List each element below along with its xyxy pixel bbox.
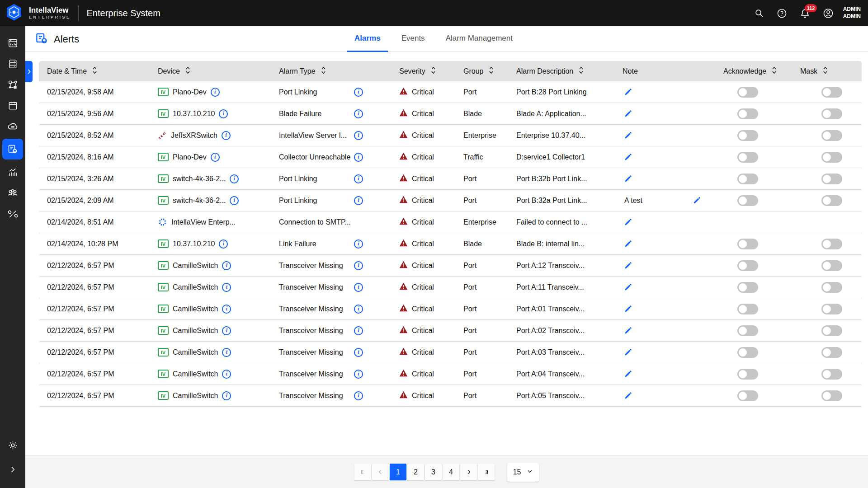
alarm-type-info-icon[interactable]	[354, 174, 363, 183]
device-info-icon[interactable]	[219, 239, 228, 249]
mask-toggle[interactable]	[821, 325, 842, 336]
column-header-alarm-type[interactable]: Alarm Type	[279, 66, 399, 76]
acknowledge-toggle[interactable]	[737, 239, 758, 249]
tab-events[interactable]: Events	[394, 26, 432, 52]
mask-toggle[interactable]	[821, 369, 842, 380]
tab-alarms[interactable]: Alarms	[347, 26, 388, 52]
device-info-icon[interactable]	[222, 283, 231, 292]
acknowledge-toggle[interactable]	[737, 390, 758, 401]
pagination-next-page-icon[interactable]	[460, 464, 477, 480]
acknowledge-toggle[interactable]	[737, 325, 758, 336]
acknowledge-toggle[interactable]	[737, 87, 758, 98]
mask-toggle[interactable]	[821, 130, 842, 141]
edit-note-pencil-icon[interactable]	[624, 131, 632, 139]
acknowledge-toggle[interactable]	[737, 174, 758, 184]
pagination-last-page-icon[interactable]	[478, 464, 495, 480]
alarm-type-info-icon[interactable]	[354, 239, 363, 249]
edit-note-pencil-icon[interactable]	[624, 283, 632, 291]
acknowledge-toggle[interactable]	[737, 282, 758, 293]
sidebar-item-tools[interactable]	[2, 203, 23, 224]
device-info-icon[interactable]	[219, 109, 228, 118]
acknowledge-toggle[interactable]	[737, 130, 758, 141]
column-header-severity[interactable]: Severity	[399, 66, 463, 76]
acknowledge-toggle[interactable]	[737, 195, 758, 206]
mask-toggle[interactable]	[821, 195, 842, 206]
device-info-icon[interactable]	[222, 348, 231, 357]
alarm-type-info-icon[interactable]	[354, 391, 363, 400]
edit-note-pencil-icon[interactable]	[693, 197, 701, 204]
edit-note-pencil-icon[interactable]	[624, 305, 632, 313]
acknowledge-toggle[interactable]	[737, 347, 758, 358]
pagination-page-1[interactable]: 1	[390, 464, 406, 480]
pagination-first-page-icon[interactable]	[354, 464, 371, 480]
pagination-page-2[interactable]: 2	[407, 464, 424, 480]
acknowledge-toggle[interactable]	[737, 304, 758, 314]
device-info-icon[interactable]	[222, 305, 231, 314]
user-name[interactable]: ADMIN ADMIN	[843, 6, 861, 20]
mask-toggle[interactable]	[821, 347, 842, 358]
pagination-page-4[interactable]: 4	[443, 464, 459, 480]
pagination-prev-page-icon[interactable]	[372, 464, 389, 480]
edit-note-pencil-icon[interactable]	[624, 218, 632, 226]
edit-note-pencil-icon[interactable]	[624, 327, 632, 334]
tab-alarm-management[interactable]: Alarm Management	[439, 26, 520, 52]
page-size-select[interactable]: 15	[507, 463, 539, 482]
device-info-icon[interactable]	[211, 88, 220, 97]
notifications-bell-icon[interactable]: 112	[800, 8, 811, 19]
mask-toggle[interactable]	[821, 239, 842, 249]
mask-toggle[interactable]	[821, 152, 842, 163]
alarm-type-info-icon[interactable]	[354, 109, 363, 118]
edit-note-pencil-icon[interactable]	[624, 153, 632, 161]
column-header-acknowledge[interactable]: Acknowledge	[723, 66, 800, 76]
edit-note-pencil-icon[interactable]	[624, 392, 632, 399]
alarm-type-info-icon[interactable]	[354, 88, 363, 97]
pagination-page-3[interactable]: 3	[425, 464, 442, 480]
alarm-type-info-icon[interactable]	[354, 283, 363, 292]
sidebar-item-user-groups[interactable]	[2, 183, 23, 203]
edit-note-pencil-icon[interactable]	[624, 240, 632, 248]
search-icon[interactable]	[754, 8, 764, 19]
alarm-type-info-icon[interactable]	[354, 131, 363, 140]
device-info-icon[interactable]	[230, 196, 239, 205]
device-info-icon[interactable]	[230, 174, 239, 183]
column-header-mask[interactable]: Mask	[800, 66, 862, 76]
help-icon[interactable]	[777, 8, 788, 19]
edit-note-pencil-icon[interactable]	[624, 370, 632, 378]
edit-note-pencil-icon[interactable]	[624, 88, 632, 96]
device-info-icon[interactable]	[222, 326, 231, 335]
mask-toggle[interactable]	[821, 390, 842, 401]
user-avatar-icon[interactable]	[823, 8, 834, 19]
mask-toggle[interactable]	[821, 87, 842, 98]
acknowledge-toggle[interactable]	[737, 152, 758, 163]
sidebar-item-topology[interactable]	[2, 74, 23, 95]
column-header-alarm-description[interactable]: Alarm Description	[516, 66, 623, 76]
device-info-icon[interactable]	[222, 391, 231, 400]
sidebar-item-dashboard[interactable]	[2, 33, 23, 53]
acknowledge-toggle[interactable]	[737, 108, 758, 119]
mask-toggle[interactable]	[821, 282, 842, 293]
alarm-type-info-icon[interactable]	[354, 326, 363, 335]
mask-toggle[interactable]	[821, 304, 842, 314]
filter-drawer-handle[interactable]	[25, 61, 33, 82]
column-header-group[interactable]: Group	[463, 66, 516, 76]
alarm-type-info-icon[interactable]	[354, 261, 363, 270]
alarm-type-info-icon[interactable]	[354, 305, 363, 314]
edit-note-pencil-icon[interactable]	[624, 110, 632, 117]
column-header-date-time[interactable]: Date & Time	[39, 66, 158, 76]
sidebar-item-settings[interactable]	[0, 435, 25, 455]
edit-note-pencil-icon[interactable]	[624, 175, 632, 183]
sidebar-item-inventory[interactable]	[2, 53, 23, 74]
mask-toggle[interactable]	[821, 108, 842, 119]
device-info-icon[interactable]	[222, 370, 231, 379]
acknowledge-toggle[interactable]	[737, 369, 758, 380]
alarm-type-info-icon[interactable]	[354, 196, 363, 205]
column-header-device[interactable]: Device	[158, 66, 279, 76]
device-info-icon[interactable]	[211, 153, 220, 162]
acknowledge-toggle[interactable]	[737, 260, 758, 271]
alarm-type-info-icon[interactable]	[354, 153, 363, 162]
sidebar-item-schedule[interactable]	[2, 95, 23, 116]
mask-toggle[interactable]	[821, 174, 842, 184]
alarm-type-info-icon[interactable]	[354, 348, 363, 357]
edit-note-pencil-icon[interactable]	[624, 348, 632, 356]
sidebar-item-analytics[interactable]	[2, 162, 23, 183]
